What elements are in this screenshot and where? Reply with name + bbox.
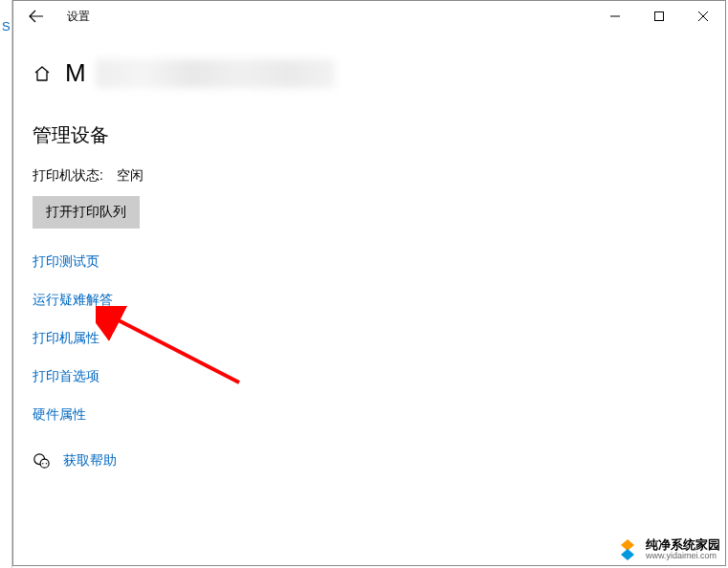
svg-point-6 <box>42 463 43 464</box>
svg-rect-1 <box>655 12 664 21</box>
status-value: 空闲 <box>117 167 143 183</box>
header-row: M <box>33 58 706 88</box>
back-button[interactable] <box>21 1 52 32</box>
back-arrow-icon <box>29 9 44 24</box>
window-title: 设置 <box>67 9 90 25</box>
watermark: 纯净系统家园 www.yidaimei.com <box>615 537 720 562</box>
print-preferences-link[interactable]: 打印首选项 <box>33 368 706 385</box>
home-icon[interactable] <box>33 64 52 83</box>
svg-point-5 <box>40 459 49 468</box>
section-heading: 管理设备 <box>33 122 706 148</box>
window-controls <box>593 1 725 32</box>
get-help-link[interactable]: 获取帮助 <box>63 452 117 470</box>
print-test-page-link[interactable]: 打印测试页 <box>33 253 706 271</box>
svg-point-7 <box>46 463 47 464</box>
watermark-sub: www.yidaimei.com <box>646 552 720 561</box>
page-title-prefix: M <box>65 58 86 88</box>
printer-properties-link[interactable]: 打印机属性 <box>33 330 706 347</box>
open-print-queue-button[interactable]: 打开打印队列 <box>33 196 140 229</box>
maximize-button[interactable] <box>637 1 681 32</box>
printer-status-line: 打印机状态:空闲 <box>33 167 706 185</box>
settings-window: 设置 M <box>12 0 726 566</box>
close-icon <box>698 11 708 21</box>
watermark-logo-icon <box>615 537 640 562</box>
page-title-redacted <box>96 59 335 88</box>
close-button[interactable] <box>681 1 725 32</box>
edge-marker: S <box>2 19 11 33</box>
watermark-main: 纯净系统家园 <box>646 538 720 552</box>
maximize-icon <box>654 11 664 21</box>
help-row: 获取帮助 <box>33 452 706 470</box>
help-chat-icon <box>33 452 50 470</box>
content-area: M 管理设备 打印机状态:空闲 打开打印队列 打印测试页 运行疑难解答 打印机属… <box>13 32 725 470</box>
hardware-properties-link[interactable]: 硬件属性 <box>33 406 706 424</box>
minimize-icon <box>610 11 620 21</box>
titlebar: 设置 <box>13 1 725 32</box>
troubleshoot-link[interactable]: 运行疑难解答 <box>33 292 706 309</box>
minimize-button[interactable] <box>593 1 637 32</box>
status-label: 打印机状态: <box>33 167 103 183</box>
